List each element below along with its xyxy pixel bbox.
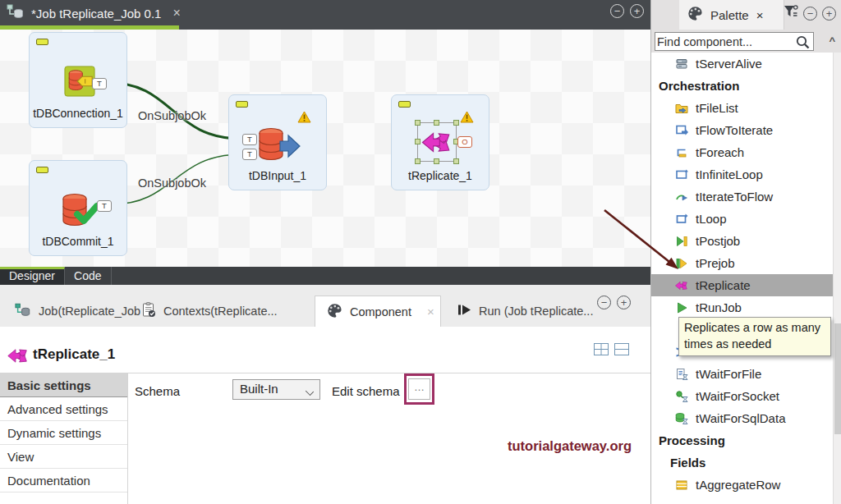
replicate-icon xyxy=(675,279,688,292)
tab-code[interactable]: Code xyxy=(65,267,111,285)
node-treplicate[interactable]: O tReplicate_1 xyxy=(391,94,489,190)
palette-item-tprejob[interactable]: tPrejob xyxy=(651,252,834,274)
palette-item-label: tServerAlive xyxy=(696,57,762,71)
palette-item-label: tIterateToFlow xyxy=(696,190,773,204)
output-port[interactable]: O xyxy=(457,136,472,148)
palette-item-twaitforsqldata[interactable]: tWaitForSqlData xyxy=(651,407,834,429)
settings-menu-dynamic-settings[interactable]: Dynamic settings xyxy=(0,421,127,445)
palette-item-tfilelist[interactable]: tFileList xyxy=(651,97,834,119)
editor-tab-bar: *Job tReplicate_Job 0.1 × − + xyxy=(0,0,650,30)
palette-item-label: tInfiniteLoop xyxy=(696,167,763,181)
tab-run-label: Run (Job tReplicate... xyxy=(479,305,593,318)
palette-panel: Palette × − + ^ tServerAliveOrchestratio… xyxy=(650,0,841,504)
connection-label[interactable]: OnSubjobOk xyxy=(138,109,206,122)
palette-item-titeratetoflow[interactable]: tIterateToFlow xyxy=(651,186,834,208)
node-badge xyxy=(36,167,48,173)
palette-item-label: tRunJob xyxy=(696,300,742,314)
node-tdbconnection[interactable]: T tDBConnection_1 xyxy=(29,32,127,128)
search-icon[interactable] xyxy=(795,34,811,53)
aggregate-row-icon xyxy=(675,479,688,492)
component-properties-panel: tReplicate_1 Basic settingsAdvanced sett… xyxy=(0,327,650,504)
palette-item-tserveralive[interactable]: tServerAlive xyxy=(651,53,834,75)
component-title: tReplicate_1 xyxy=(33,346,115,363)
maximize-view-button[interactable]: + xyxy=(630,4,644,18)
replicate-icon xyxy=(421,129,453,159)
node-label: tDBConnection_1 xyxy=(30,107,126,120)
tooltip: Replicates a row as many times as needed xyxy=(678,317,831,356)
palette-item-label: tFlowToIterate xyxy=(696,123,773,137)
palette-item-tloop[interactable]: tLoop xyxy=(651,208,834,230)
palette-item-twaitforsocket[interactable]: tWaitForSocket xyxy=(651,385,834,407)
palette-close-icon[interactable]: × xyxy=(756,8,764,22)
node-label: tReplicate_1 xyxy=(392,169,489,182)
tab-run[interactable]: Run (Job tReplicate... xyxy=(448,296,603,327)
node-tdbcommit[interactable]: T tDBCommit_1 xyxy=(29,160,127,256)
tab-contexts[interactable]: Contexts(tReplicate... xyxy=(131,296,287,327)
edit-schema-button[interactable]: … xyxy=(408,378,430,400)
grid-layout-icon[interactable] xyxy=(594,343,609,359)
palette-item-tpostjob[interactable]: tPostjob xyxy=(651,230,834,252)
palette-item-label: tPrejob xyxy=(696,256,735,270)
tab-component[interactable]: Component × xyxy=(315,296,441,327)
palette-scrollbar[interactable] xyxy=(833,53,841,504)
db-commit-icon xyxy=(59,192,100,233)
palette-item-label: tAggregateRow xyxy=(696,478,780,492)
filter-icon[interactable] xyxy=(784,5,798,22)
palette-item-treplicate[interactable]: tReplicate xyxy=(651,274,834,296)
edit-schema-label: Edit schema xyxy=(332,384,400,398)
tab-designer[interactable]: Designer xyxy=(0,267,65,285)
replicate-icon xyxy=(7,346,30,369)
tab-contexts-label: Contexts(tReplicate... xyxy=(163,305,278,318)
schema-type-select[interactable]: Built-In xyxy=(232,379,320,400)
maximize-palette-button[interactable]: + xyxy=(822,7,836,21)
palette-item-trunjob[interactable]: tRunJob xyxy=(651,296,834,318)
job-tab-close-icon[interactable]: × xyxy=(172,6,180,21)
settings-menu-view[interactable]: View xyxy=(0,445,127,469)
palette-tab[interactable]: Palette × xyxy=(679,0,784,30)
wait-sql-icon xyxy=(675,412,688,425)
flow-to-iterate-icon xyxy=(675,124,688,137)
palette-item-taggregaterow[interactable]: tAggregateRow xyxy=(651,474,834,496)
trigger-port[interactable]: T xyxy=(242,134,257,145)
rows-layout-icon[interactable] xyxy=(614,343,629,359)
settings-menu-basic-settings[interactable]: Basic settings xyxy=(0,373,127,397)
trigger-port[interactable]: T xyxy=(92,78,107,89)
scroll-up-icon[interactable]: ^ xyxy=(829,34,835,47)
palette-item-tflowtoiterate[interactable]: tFlowToIterate xyxy=(651,119,834,141)
palette-component-list: tServerAliveOrchestrationtFileListtFlowT… xyxy=(651,53,834,496)
prejob-icon xyxy=(675,257,688,270)
wait-socket-icon xyxy=(675,390,688,403)
palette-item-tforeach[interactable]: tForeach xyxy=(651,141,834,163)
loop-icon xyxy=(675,213,688,226)
palette-search-row: ^ xyxy=(651,30,841,53)
minimize-palette-button[interactable]: − xyxy=(803,7,817,21)
tab-component-close-icon[interactable]: × xyxy=(427,305,434,318)
palette-item-label: tPostjob xyxy=(696,234,740,248)
run-job-icon xyxy=(675,301,688,314)
warning-icon xyxy=(460,111,474,126)
job-design-canvas[interactable]: OnSubjobOk OnSubjobOk T tDBConnection_1 xyxy=(0,30,650,267)
trigger-port[interactable]: T xyxy=(97,200,112,212)
minimize-view-button[interactable]: − xyxy=(610,4,624,18)
scrollbar-thumb[interactable] xyxy=(834,323,841,434)
job-icon xyxy=(15,303,31,319)
palette-item-tinfiniteloop[interactable]: tInfiniteLoop xyxy=(651,163,834,186)
tab-component-label: Component xyxy=(350,305,411,318)
settings-menu-documentation[interactable]: Documentation xyxy=(0,469,127,493)
palette-item-label: tForeach xyxy=(696,145,744,159)
palette-item-twaitforfile[interactable]: tWaitForFile xyxy=(651,363,834,385)
palette-item-label: tWaitForSqlData xyxy=(696,411,785,425)
maximize-panel-button[interactable]: + xyxy=(617,296,631,309)
connection-label[interactable]: OnSubjobOk xyxy=(138,176,206,190)
node-tdbinput[interactable]: T T tDBInput_1 xyxy=(228,94,327,190)
search-input[interactable] xyxy=(657,33,793,50)
palette-tab-label: Palette xyxy=(710,8,749,22)
trigger-port[interactable]: T xyxy=(242,149,257,160)
warning-icon xyxy=(297,111,311,126)
settings-menu-advanced-settings[interactable]: Advanced settings xyxy=(0,397,127,421)
palette-item-label: tFileList xyxy=(696,101,738,115)
talend-studio-window: *Job tReplicate_Job 0.1 × − + OnSubjobOk… xyxy=(0,0,841,504)
server-alive-icon xyxy=(675,57,688,71)
minimize-panel-button[interactable]: − xyxy=(597,296,611,309)
db-connection-icon xyxy=(64,66,95,100)
